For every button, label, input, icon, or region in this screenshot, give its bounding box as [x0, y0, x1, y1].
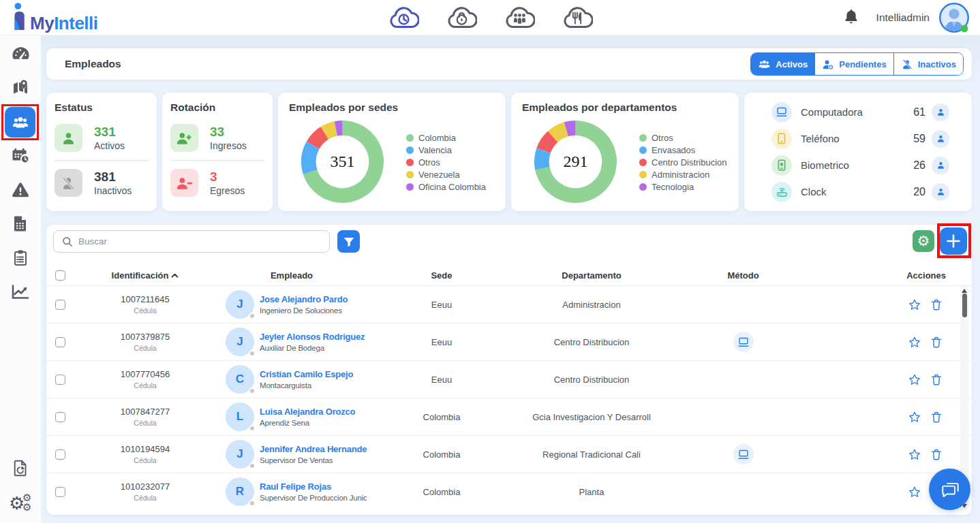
- employee-name-link[interactable]: Cristian Camilo Espejo: [260, 369, 353, 379]
- column-header-departamento[interactable]: Departamento: [517, 270, 667, 281]
- trash-icon: [931, 448, 942, 460]
- table-row: 1010194594 Cédula J Jennifer Andrea Hern…: [46, 435, 972, 473]
- favorite-star-button[interactable]: [908, 411, 921, 423]
- biometric-device-icon: [771, 155, 792, 176]
- method-row-clock: Clock 20: [758, 182, 949, 202]
- method-count: 26: [913, 159, 925, 172]
- identification-number: 1007847277: [74, 407, 217, 417]
- favorite-star-button[interactable]: [908, 336, 921, 348]
- employee-name-link[interactable]: Luisa Alejandra Orozco: [260, 407, 355, 417]
- row-checkbox[interactable]: [55, 412, 65, 422]
- favorite-star-button[interactable]: [908, 486, 921, 498]
- favorite-star-button[interactable]: [908, 449, 921, 460]
- legend-dot: [639, 171, 647, 178]
- column-header-sede[interactable]: Sede: [367, 270, 517, 281]
- person-badge-icon[interactable]: [932, 157, 949, 174]
- column-header-identificacion[interactable]: Identificación: [74, 270, 217, 281]
- table-row: 1007847277 Cédula L Luisa Alejandra Oroz…: [46, 398, 972, 435]
- laptop-method-icon: [733, 444, 754, 464]
- person-badge-icon[interactable]: [932, 104, 949, 121]
- sidebar-item-alerts[interactable]: [0, 174, 41, 208]
- metodo-cell: [667, 407, 820, 427]
- sidebar-item-settings[interactable]: ⚙ ⚙ ⚙: [0, 486, 41, 520]
- active-stat: 331 Activos: [55, 124, 149, 152]
- gear-icon: ⚙: [917, 234, 930, 249]
- sidebar-item-dashboard[interactable]: [0, 37, 41, 72]
- add-employee-button[interactable]: [940, 227, 967, 255]
- sidebar-item-report-file[interactable]: [0, 452, 41, 486]
- employee-status-dot: [249, 387, 256, 394]
- sort-asc-icon: [171, 273, 179, 278]
- app-logo[interactable]: MyIntelli: [14, 3, 171, 33]
- row-checkbox[interactable]: [55, 337, 65, 347]
- sidebar-item-reports[interactable]: [0, 276, 41, 310]
- employee-name-link[interactable]: Jose Alejandro Pardo: [260, 294, 348, 304]
- tab-activos[interactable]: Activos: [751, 53, 814, 75]
- sidebar-item-locations[interactable]: [0, 72, 41, 106]
- legend-dot: [639, 183, 647, 191]
- cloud-lock-icon[interactable]: [446, 5, 477, 31]
- inactive-count: 381: [94, 170, 132, 185]
- cloud-utensils-icon[interactable]: [562, 5, 593, 31]
- sidebar-item-payroll[interactable]: [0, 208, 41, 242]
- chat-fab-button[interactable]: [929, 469, 970, 510]
- sidebar-item-schedules[interactable]: [0, 140, 41, 174]
- map-pin-icon: [12, 79, 29, 99]
- top-right-cluster: Intelliadmin: [844, 0, 969, 35]
- row-checkbox[interactable]: [55, 449, 65, 460]
- delete-trash-button[interactable]: [931, 448, 942, 460]
- plus-icon: [946, 234, 961, 249]
- cloud-people-icon[interactable]: [504, 5, 535, 31]
- employee-name-link[interactable]: Jeyler Alonsos Rodriguez: [260, 332, 365, 342]
- tab-inactivos[interactable]: Inactivos: [893, 53, 963, 75]
- ingresos-stat: 33 Ingresos: [170, 124, 264, 152]
- person-badge-icon[interactable]: [932, 183, 949, 201]
- employee-name-link[interactable]: Raul Felipe Rojas: [260, 481, 367, 492]
- active-label: Activos: [94, 140, 125, 151]
- departamentos-legend: OtrosEnvasadosCentro DistribucionAdminis…: [639, 122, 727, 203]
- egresos-count: 3: [210, 170, 245, 185]
- table-settings-button[interactable]: ⚙: [913, 230, 934, 252]
- sidebar-item-employees[interactable]: [0, 106, 41, 140]
- column-header-empleado[interactable]: Empleado: [217, 270, 367, 281]
- employee-avatar: C: [226, 365, 254, 394]
- person-badge-icon[interactable]: [932, 130, 949, 148]
- avatar[interactable]: [939, 3, 969, 33]
- search-input[interactable]: [78, 236, 329, 247]
- legend-dot: [406, 159, 414, 166]
- cloud-clock-icon[interactable]: [388, 5, 419, 31]
- delete-trash-button[interactable]: [931, 336, 942, 348]
- warning-triangle-icon: [12, 182, 29, 200]
- row-checkbox[interactable]: [55, 487, 65, 497]
- identification-cell: 1007847277 Cédula: [74, 407, 217, 427]
- bell-icon[interactable]: [844, 8, 859, 27]
- favorite-star-button[interactable]: [908, 374, 921, 385]
- delete-trash-button[interactable]: [931, 411, 942, 423]
- tab-pendientes[interactable]: Pendientes: [814, 53, 893, 75]
- identification-cell: 1007211645 Cédula: [74, 294, 217, 315]
- sede-cell: Colombia: [367, 449, 517, 460]
- scrollbar-thumb[interactable]: [962, 294, 967, 317]
- delete-trash-button[interactable]: [931, 298, 942, 311]
- sede-cell: Eeuu: [367, 300, 517, 310]
- status-tab-group: Activos Pendientes Inact: [750, 52, 964, 76]
- identification-cell: 1010232077 Cédula: [74, 481, 217, 502]
- employee-cell: J Jennifer Andrea Hernande Supervisor De…: [217, 440, 367, 469]
- username[interactable]: Intelliadmin: [876, 12, 930, 24]
- inactive-stat: 381 Inactivos: [55, 169, 149, 197]
- method-count: 61: [913, 106, 925, 118]
- table-row: 1007770456 Cédula C Cristian Camilo Espe…: [46, 360, 972, 398]
- row-checkbox[interactable]: [55, 300, 65, 310]
- select-all-checkbox[interactable]: [55, 270, 65, 281]
- delete-trash-button[interactable]: [931, 373, 942, 385]
- row-checkbox[interactable]: [55, 375, 65, 385]
- employee-name-link[interactable]: Jennifer Andrea Hernande: [260, 444, 367, 454]
- scroll-up-arrow-icon[interactable]: [962, 288, 967, 294]
- column-header-metodo[interactable]: Método: [667, 270, 820, 281]
- legend-dot: [639, 159, 647, 166]
- sidebar-item-requests[interactable]: [0, 242, 41, 276]
- employee-avatar: J: [226, 328, 254, 356]
- employee-status-dot: [249, 350, 256, 357]
- filter-button[interactable]: [337, 230, 360, 253]
- favorite-star-button[interactable]: [908, 299, 921, 311]
